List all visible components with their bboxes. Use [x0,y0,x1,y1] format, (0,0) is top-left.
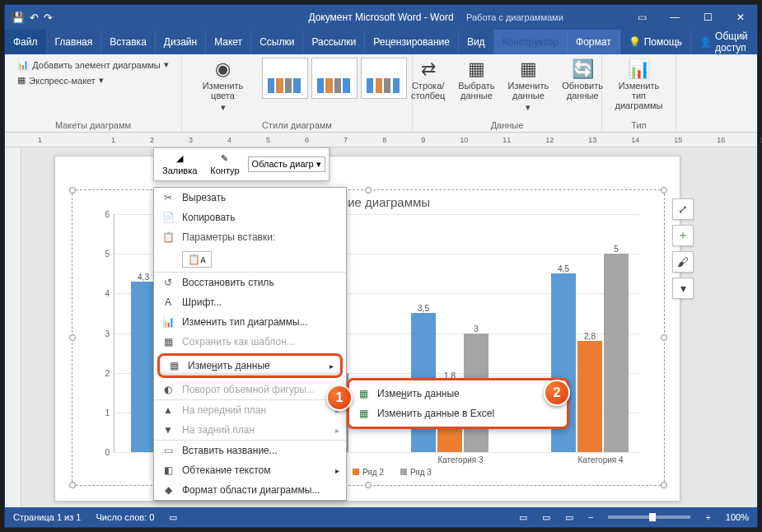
tab-references[interactable]: Ссылки [251,30,303,54]
menu-save-template: ▦Сохранить как шаблон... [154,332,346,352]
resize-handle[interactable] [661,187,667,194]
tab-file[interactable]: Файл [5,30,47,54]
zoom-slider[interactable] [608,516,690,519]
fill-button[interactable]: ◢Заливка [157,152,202,177]
resize-handle[interactable] [365,482,372,488]
outline-icon: ✎ [221,153,228,164]
change-colors-button[interactable]: ◉ Изменить цвета▾ [187,58,259,114]
change-chart-type-button[interactable]: 📊Изменить тип диаграммы [607,58,671,112]
tab-mailings[interactable]: Рассылки [303,30,365,54]
resize-handle[interactable] [69,187,76,194]
horizontal-ruler[interactable]: 11234567891011121314151617 [5,133,757,147]
refresh-icon: 🔄 [572,59,594,79]
tab-format[interactable]: Формат [568,30,620,54]
chart-style-thumb[interactable] [262,58,308,99]
document-area: Название диаграммы 01234564,32,42Категор… [5,147,757,507]
lightbulb-icon: 💡 [629,36,641,48]
submenu-edit-data[interactable]: ▦Изменить данные [349,384,567,404]
zoom-level[interactable]: 100% [726,512,749,522]
menu-change-chart-type[interactable]: 📊Изменить тип диаграммы... [154,312,346,332]
chart-filters-icon[interactable]: ▾ [672,278,694,299]
refresh-data-button[interactable]: 🔄Обновить данные [557,58,608,102]
edit-data-submenu: ▦Изменить данные ▦Изменить данные в Exce… [347,378,569,429]
resize-handle[interactable] [69,334,76,341]
bring-front-icon: ▲ [161,404,175,416]
resize-handle[interactable] [661,334,667,341]
copy-icon: 📄 [161,212,175,223]
zoom-out-icon[interactable]: − [588,512,593,522]
chart-style-thumb[interactable] [311,58,358,99]
resize-handle[interactable] [69,482,76,488]
rotate-3d-icon: ◐ [161,384,175,395]
tab-insert[interactable]: Вставка [101,30,156,54]
menu-paste-option[interactable]: 📋ᴀ [154,247,346,272]
share-button[interactable]: 👤Общий доступ [691,30,760,54]
zoom-in-icon[interactable]: + [705,512,710,522]
callout-badge-1: 1 [326,385,353,411]
tab-layout[interactable]: Макет [206,30,251,54]
reset-icon: ↺ [161,277,175,288]
edit-data-icon: ▦ [356,388,371,399]
menu-copy[interactable]: 📄Копировать [154,208,346,227]
minimize-icon[interactable]: — [658,5,691,30]
ribbon-tabs: Файл Главная Вставка Дизайн Макет Ссылки… [5,30,757,54]
save-icon[interactable]: 💾 [12,12,25,24]
resize-handle[interactable] [365,187,372,194]
vertical-ruler[interactable] [5,147,21,507]
view-print-icon[interactable]: ▭ [542,512,550,523]
menu-paste-options-label: 📋Параметры вставки: [154,227,346,247]
excel-icon: ▦ [356,408,371,419]
tab-home[interactable]: Главная [47,30,102,54]
chart-area-combo[interactable]: Область диагр ▾ [248,156,325,172]
submenu-edit-data-excel[interactable]: ▦Изменить данные в Excel [349,404,567,423]
status-word-count[interactable]: Число слов: 0 [96,512,154,522]
menu-text-wrap[interactable]: ◧Обтекание текстом▸ [154,460,346,480]
menu-font[interactable]: AШрифт... [154,292,346,312]
title-bar: 💾 ↶ ↷ Документ Microsoft Word - Word Раб… [5,5,757,30]
group-label-type: Тип [631,119,646,130]
cut-icon: ✂ [161,192,175,203]
ribbon-options-icon[interactable]: ▭ [625,5,658,30]
tab-help[interactable]: 💡Помощь [620,30,691,54]
outline-button[interactable]: ✎Контур [205,152,244,177]
layout-options-icon[interactable]: ⤢ [672,198,694,220]
menu-reset-style[interactable]: ↺Восстановить стиль [154,273,346,292]
tab-constructor[interactable]: Конструктор [494,30,568,54]
template-icon: ▦ [161,336,175,348]
menu-send-back: ▼На задний план▸ [154,420,346,440]
wrap-icon: ◧ [161,464,175,476]
paste-option-icon[interactable]: 📋ᴀ [182,251,212,268]
quick-layout-button[interactable]: ▦Экспресс-макет▾ [14,73,107,87]
switch-row-column-button[interactable]: ⇄Строка/столбец [406,58,450,102]
select-data-button[interactable]: ▦Выбрать данные [453,58,499,102]
colors-icon: ◉ [215,59,231,79]
close-icon[interactable]: ✕ [724,5,757,30]
group-label-data: Данные [491,119,524,130]
menu-insert-caption[interactable]: ▭Вставить название... [154,441,346,460]
edit-data-button[interactable]: ▦Изменить данные▾ [503,58,554,114]
resize-handle[interactable] [661,482,667,488]
menu-edit-data[interactable]: ▦Изменить данные▸ [157,353,343,378]
tab-design[interactable]: Дизайн [156,30,206,54]
ribbon: 📊Добавить элемент диаграммы▾ ▦Экспресс-м… [5,54,757,133]
paste-icon: 📋 [161,231,175,243]
redo-icon[interactable]: ↷ [44,12,53,24]
add-chart-element-button[interactable]: 📊Добавить элемент диаграммы▾ [14,58,171,72]
view-web-icon[interactable]: ▭ [565,512,573,523]
maximize-icon[interactable]: ☐ [691,5,724,30]
view-read-icon[interactable]: ▭ [519,512,527,523]
menu-cut[interactable]: ✂Вырезать [154,188,346,208]
chart-elements-icon[interactable]: ＋ [672,225,694,246]
tab-view[interactable]: Вид [459,30,494,54]
chart-styles-gallery[interactable] [262,58,407,99]
chart-style-thumb[interactable] [361,58,407,99]
menu-format-chart-area[interactable]: ◆Формат области диаграммы... [154,480,346,500]
chart-element-icon: 📊 [17,59,29,70]
window-title: Документ Microsoft Word - Word [308,12,453,23]
undo-icon[interactable]: ↶ [30,12,39,24]
edit-data-icon: ▦ [166,360,181,371]
chart-styles-icon[interactable]: 🖌 [672,251,694,273]
status-language-icon[interactable]: ▭ [169,512,177,523]
tab-review[interactable]: Рецензирование [365,30,459,54]
status-page[interactable]: Страница 1 из 1 [13,512,81,522]
